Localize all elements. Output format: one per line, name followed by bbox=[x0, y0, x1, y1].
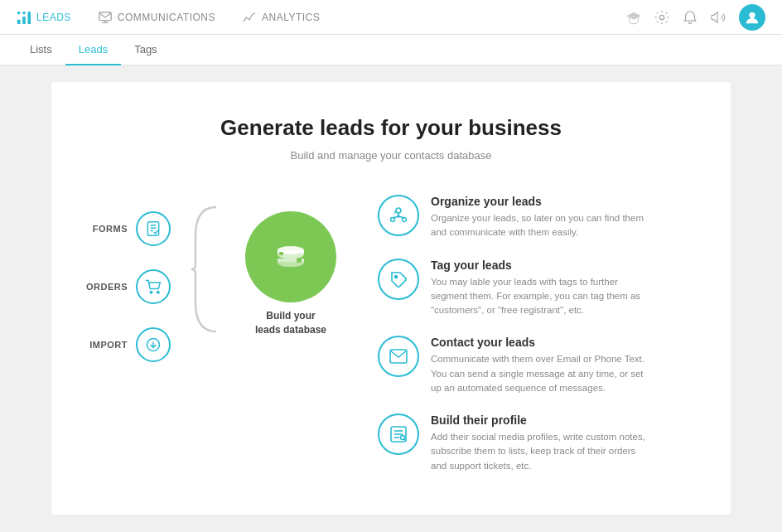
gear-icon[interactable] bbox=[654, 10, 669, 25]
database-icon bbox=[274, 240, 307, 273]
svg-point-17 bbox=[157, 291, 160, 293]
feature-contact: Contact your leads Communicate with them… bbox=[378, 336, 698, 395]
source-orders: ORDERS bbox=[84, 269, 171, 304]
svg-rect-6 bbox=[99, 12, 111, 20]
nav-item-leads[interactable]: LEADS bbox=[17, 10, 71, 25]
page-subtitle: Build and manage your contacts database bbox=[84, 149, 698, 162]
organize-icon-circle bbox=[378, 195, 419, 236]
svg-point-31 bbox=[398, 215, 399, 217]
nav-item-communications[interactable]: COMMUNICATIONS bbox=[98, 10, 215, 25]
profile-title: Build their profile bbox=[431, 414, 646, 427]
center-circle bbox=[245, 211, 336, 302]
svg-point-38 bbox=[401, 436, 405, 440]
tab-lists[interactable]: Lists bbox=[17, 35, 65, 65]
source-forms: FORMS bbox=[84, 211, 171, 246]
feature-tag: Tag your leads You may lable your leads … bbox=[378, 259, 698, 318]
profile-text: Build their profile Add their social med… bbox=[431, 414, 646, 473]
import-icon-circle bbox=[136, 327, 171, 362]
organize-desc: Organize your leads, so later on you can… bbox=[431, 211, 646, 240]
nav-leads-label: LEADS bbox=[36, 12, 71, 23]
center-label: Build your leads database bbox=[255, 309, 326, 337]
bracket-svg bbox=[187, 203, 220, 336]
profile-icon bbox=[389, 424, 408, 444]
svg-marker-9 bbox=[626, 12, 641, 19]
center-block: Build your leads database bbox=[237, 211, 345, 337]
profile-desc: Add their social media profiles, write c… bbox=[431, 430, 646, 473]
svg-point-16 bbox=[150, 291, 152, 293]
svg-point-5 bbox=[28, 11, 31, 14]
tag-text: Tag your leads You may lable your leads … bbox=[431, 259, 646, 318]
tag-title: Tag your leads bbox=[431, 259, 646, 272]
contact-text: Contact your leads Communicate with them… bbox=[431, 336, 646, 395]
header-icons bbox=[626, 4, 765, 31]
svg-rect-23 bbox=[279, 252, 283, 255]
svg-point-25 bbox=[396, 208, 401, 213]
feature-organize: Organize your leads Organize your leads,… bbox=[378, 195, 698, 240]
contact-title: Contact your leads bbox=[431, 336, 646, 349]
source-forms-label: FORMS bbox=[84, 224, 128, 234]
forms-icon bbox=[145, 220, 162, 237]
diagram-section: FORMS ORDERS bbox=[84, 195, 698, 473]
bell-icon[interactable] bbox=[683, 10, 698, 25]
svg-rect-12 bbox=[147, 222, 158, 236]
analytics-icon bbox=[242, 10, 257, 25]
header: LEADS COMMUNICATIONS ANALYTICS bbox=[0, 0, 782, 35]
svg-point-10 bbox=[659, 15, 664, 19]
svg-point-3 bbox=[17, 11, 21, 14]
source-import-label: IMPORT bbox=[84, 340, 128, 350]
main-nav: LEADS COMMUNICATIONS ANALYTICS bbox=[17, 10, 320, 25]
avatar[interactable] bbox=[739, 4, 765, 31]
contact-icon-circle bbox=[378, 336, 419, 377]
tag-desc: You may lable your leads with tags to fu… bbox=[431, 275, 646, 318]
svg-point-4 bbox=[22, 11, 26, 14]
tabs-bar: Lists Leads Tags bbox=[0, 35, 782, 65]
svg-rect-1 bbox=[22, 17, 26, 24]
organize-icon bbox=[389, 206, 408, 225]
import-icon bbox=[145, 336, 162, 353]
avatar-icon bbox=[745, 10, 760, 25]
forms-icon-circle bbox=[136, 211, 171, 246]
communications-icon bbox=[98, 10, 113, 25]
leads-icon bbox=[17, 10, 31, 25]
bracket-area bbox=[187, 203, 220, 336]
tab-leads[interactable]: Leads bbox=[65, 35, 121, 65]
orders-icon-circle bbox=[136, 269, 171, 304]
tab-tags[interactable]: Tags bbox=[121, 35, 170, 65]
profile-icon-circle bbox=[378, 414, 419, 455]
features-list: Organize your leads Organize your leads,… bbox=[378, 195, 698, 473]
orders-icon bbox=[145, 278, 162, 295]
svg-point-11 bbox=[749, 12, 755, 17]
organize-text: Organize your leads Organize your leads,… bbox=[431, 195, 646, 240]
tag-icon-circle bbox=[378, 259, 419, 300]
organize-title: Organize your leads bbox=[431, 195, 646, 208]
megaphone-icon[interactable] bbox=[711, 10, 726, 25]
feature-profile: Build their profile Add their social med… bbox=[378, 414, 698, 473]
tag-icon bbox=[389, 269, 408, 289]
main-content: Generate leads for your business Build a… bbox=[0, 65, 782, 531]
graduate-icon[interactable] bbox=[626, 10, 641, 25]
page-title: Generate leads for your business bbox=[84, 115, 698, 141]
contact-desc: Communicate with them over Email or Phon… bbox=[431, 352, 646, 395]
nav-item-analytics[interactable]: ANALYTICS bbox=[242, 10, 320, 25]
svg-point-32 bbox=[395, 275, 398, 278]
svg-rect-0 bbox=[17, 19, 21, 23]
sources-list: FORMS ORDERS bbox=[84, 211, 171, 362]
content-card: Generate leads for your business Build a… bbox=[51, 82, 731, 515]
source-orders-label: ORDERS bbox=[84, 282, 128, 292]
contact-icon bbox=[389, 346, 408, 366]
nav-analytics-label: ANALYTICS bbox=[262, 12, 320, 23]
nav-communications-label: COMMUNICATIONS bbox=[118, 12, 215, 23]
source-import: IMPORT bbox=[84, 327, 171, 362]
svg-point-24 bbox=[297, 258, 302, 263]
svg-rect-2 bbox=[28, 13, 31, 24]
